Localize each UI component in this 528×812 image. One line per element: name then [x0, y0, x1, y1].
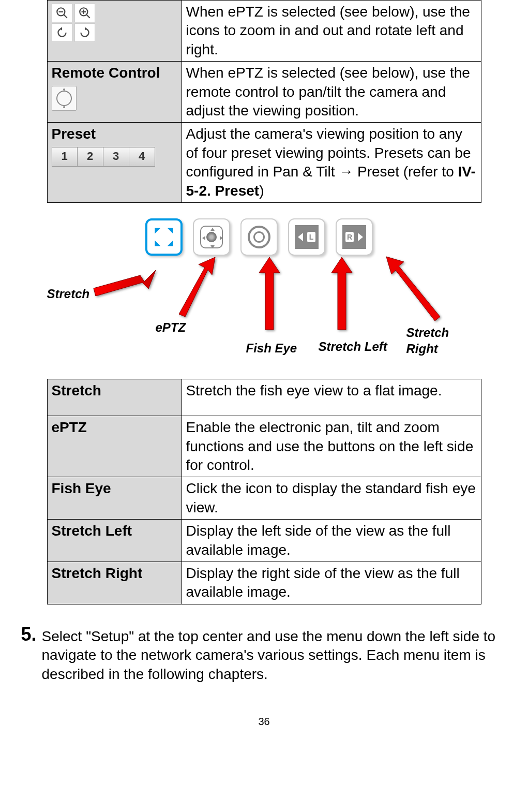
rotate-left-icon	[52, 23, 72, 42]
preset-desc: Adjust the camera's viewing position to …	[182, 123, 481, 203]
table-row: Fish Eye Click the icon to display the s…	[47, 477, 481, 520]
preset-2-button: 2	[78, 147, 103, 167]
preset-3-button: 3	[103, 147, 129, 167]
stretch-right-row-desc: Display the right side of the view as th…	[182, 562, 481, 604]
eptz-arrow-icon	[169, 257, 220, 319]
svg-marker-9	[155, 228, 160, 233]
controls-table: When ePTZ is selected (see below), use t…	[47, 0, 481, 203]
remote-control-label: Remote Control	[52, 65, 160, 81]
table-row: Stretch Right Display the right side of …	[47, 562, 481, 604]
svg-marker-12	[167, 241, 173, 246]
stretch-left-arrow-icon	[326, 257, 357, 335]
remote-control-icon	[52, 86, 77, 111]
svg-marker-11	[155, 241, 160, 246]
svg-marker-14	[210, 245, 215, 248]
preset-label: Preset	[52, 126, 96, 142]
svg-marker-26	[331, 257, 352, 330]
fisheye-label: Fish Eye	[246, 340, 297, 356]
table-row: When ePTZ is selected (see below), use t…	[47, 1, 481, 62]
zoom-in-icon	[74, 4, 95, 22]
eptz-mode-icon	[193, 218, 230, 256]
stretch-row-desc: Stretch the fish eye view to a flat imag…	[182, 379, 481, 416]
svg-text:R: R	[346, 233, 352, 241]
stretch-right-arrow-icon	[383, 255, 450, 322]
stretch-arrow-icon	[88, 270, 161, 296]
svg-marker-27	[386, 257, 440, 321]
svg-line-1	[64, 14, 67, 18]
svg-line-4	[86, 14, 90, 18]
svg-marker-16	[220, 236, 223, 240]
svg-marker-22	[358, 233, 363, 241]
table-row: Stretch Left Display the left side of th…	[47, 520, 481, 562]
stretch-right-label: Stretch Right	[406, 324, 481, 357]
stretch-left-mode-icon: L	[288, 218, 325, 256]
eptz-row-desc: Enable the electronic pan, tilt and zoom…	[182, 416, 481, 477]
stretch-label: Stretch	[47, 286, 90, 302]
svg-marker-13	[210, 228, 215, 231]
mode-icons-diagram: L R	[47, 218, 481, 363]
svg-marker-10	[167, 228, 173, 233]
preset-4-button: 4	[129, 147, 155, 167]
stretch-left-label: Stretch Left	[319, 338, 387, 355]
eptz-row-label: ePTZ	[47, 416, 182, 477]
zoom-out-icon	[52, 4, 72, 22]
svg-marker-23	[94, 270, 156, 296]
zoom-rotate-desc: When ePTZ is selected (see below), use t…	[182, 1, 481, 62]
svg-marker-7	[59, 27, 62, 31]
table-row: Preset 1 2 3 4 Adjust the camera's viewi…	[47, 123, 481, 203]
fisheye-row-label: Fish Eye	[47, 477, 182, 520]
svg-marker-25	[259, 257, 280, 330]
preset-cell: Preset 1 2 3 4	[47, 123, 182, 203]
table-row: Remote Control When ePTZ is selected (se…	[47, 62, 481, 123]
modes-table: Stretch Stretch the fish eye view to a f…	[47, 379, 481, 604]
step-5-text: Select "Setup" at the top center and use…	[42, 625, 507, 684]
stretch-right-row-label: Stretch Right	[47, 562, 182, 604]
stretch-right-mode-icon: R	[336, 218, 373, 256]
svg-marker-17	[298, 233, 303, 241]
svg-marker-24	[179, 257, 215, 317]
remote-control-cell: Remote Control	[47, 62, 182, 123]
fisheye-mode-icon	[240, 218, 278, 256]
stretch-left-row-desc: Display the left side of the view as the…	[182, 520, 481, 562]
table-row: ePTZ Enable the electronic pan, tilt and…	[47, 416, 481, 477]
table-row: Stretch Stretch the fish eye view to a f…	[47, 379, 481, 416]
fisheye-row-desc: Click the icon to display the standard f…	[182, 477, 481, 520]
zoom-rotate-cell	[47, 1, 182, 62]
step-5: 5. Select "Setup" at the top center and …	[21, 625, 507, 684]
svg-marker-8	[85, 27, 87, 31]
preset-1-button: 1	[52, 147, 78, 167]
svg-text:L: L	[309, 233, 313, 241]
remote-control-desc: When ePTZ is selected (see below), use t…	[182, 62, 481, 123]
fisheye-arrow-icon	[254, 257, 285, 335]
eptz-label: ePTZ	[156, 319, 186, 335]
svg-marker-15	[202, 236, 205, 240]
step-5-number: 5.	[21, 625, 37, 684]
stretch-left-row-label: Stretch Left	[47, 520, 182, 562]
rotate-right-icon	[74, 23, 95, 42]
stretch-row-label: Stretch	[47, 379, 182, 416]
stretch-mode-icon	[145, 218, 183, 256]
page-number: 36	[16, 715, 512, 728]
